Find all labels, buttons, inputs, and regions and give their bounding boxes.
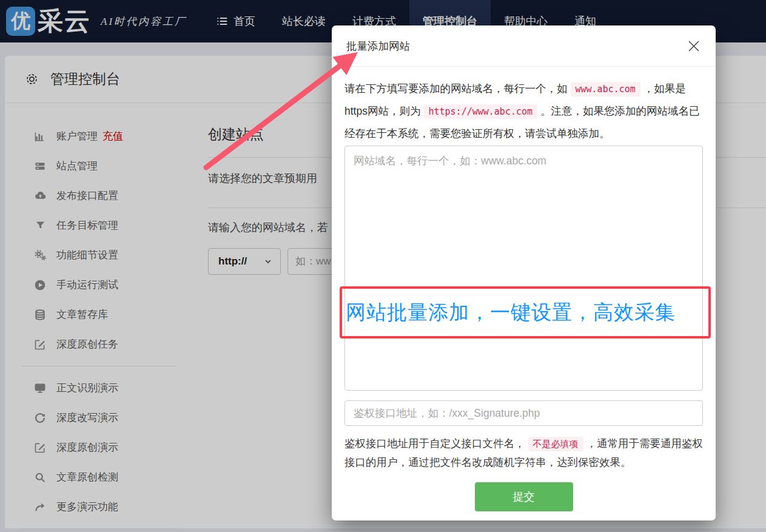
intro-text: 请在下方填写要添加的网站域名，每行一个，如 bbox=[344, 82, 568, 95]
not-required-badge: 不是必填项 bbox=[528, 437, 583, 451]
modal-intro-text: 请在下方填写要添加的网站域名，每行一个，如www.abc.com，如果是http… bbox=[344, 78, 703, 144]
close-icon[interactable] bbox=[684, 36, 704, 56]
hint-text: 鉴权接口地址用于自定义接口文件名， bbox=[344, 437, 525, 450]
batch-add-site-modal: 批量添加网站 请在下方填写要添加的网站域名，每行一个，如www.abc.com，… bbox=[332, 25, 716, 520]
modal-body: 请在下方填写要添加的网站域名，每行一个，如www.abc.com，如果是http… bbox=[332, 78, 716, 511]
auth-endpoint-input[interactable] bbox=[344, 400, 703, 426]
screen: 优 采云 AI时代内容工厂 首页 站长必读 计费方式 管理控制台 帮助中心 bbox=[0, 0, 766, 532]
auth-hint-text: 鉴权接口地址用于自定义接口文件名，不是必填项，通常用于需要通用鉴权接口的用户，通… bbox=[344, 434, 703, 471]
example-https-code: https://www.abc.com bbox=[423, 104, 537, 119]
domains-textarea[interactable] bbox=[344, 146, 703, 391]
submit-button[interactable]: 提交 bbox=[475, 482, 573, 511]
example-domain-code: www.abc.com bbox=[571, 82, 640, 96]
modal-header: 批量添加网站 bbox=[332, 25, 716, 67]
modal-title: 批量添加网站 bbox=[346, 39, 410, 53]
